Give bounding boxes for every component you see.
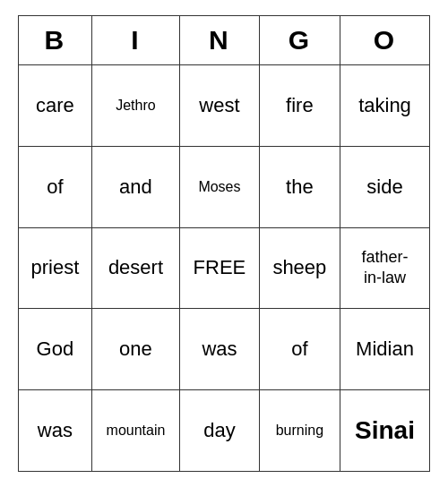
cell-1-0: of: [19, 146, 92, 227]
cell-0-1: Jethro: [91, 65, 179, 147]
bingo-table: B I N G O careJethrowestfiretakingofandM…: [18, 15, 430, 472]
table-row: GodonewasofMidian: [19, 309, 430, 390]
cell-0-3: fire: [259, 65, 340, 147]
header-b: B: [19, 16, 92, 65]
cell-1-4: side: [340, 146, 430, 227]
header-g: G: [259, 16, 340, 65]
bingo-card: B I N G O careJethrowestfiretakingofandM…: [18, 15, 430, 472]
cell-0-2: west: [180, 65, 260, 147]
cell-4-2: day: [180, 390, 260, 472]
cell-0-4: taking: [340, 65, 430, 147]
cell-3-1: one: [91, 309, 179, 390]
table-row: wasmountaindayburningSinai: [19, 390, 430, 472]
cell-1-1: and: [91, 146, 179, 227]
cell-3-2: was: [180, 309, 260, 390]
cell-2-1: desert: [91, 227, 179, 309]
cell-1-3: the: [259, 146, 340, 227]
cell-4-3: burning: [259, 390, 340, 472]
cell-3-0: God: [19, 309, 92, 390]
cell-2-0: priest: [19, 227, 92, 309]
cell-3-3: of: [259, 309, 340, 390]
cell-4-4: Sinai: [340, 390, 430, 472]
cell-0-0: care: [19, 65, 92, 147]
cell-2-4: father-in-law: [340, 227, 430, 309]
cell-3-4: Midian: [340, 309, 430, 390]
header-i: I: [91, 16, 179, 65]
header-n: N: [180, 16, 260, 65]
cell-1-2: Moses: [180, 146, 260, 227]
cell-2-2: FREE: [180, 227, 260, 309]
cell-4-0: was: [19, 390, 92, 472]
header-row: B I N G O: [19, 16, 430, 65]
table-row: priestdesertFREEsheepfather-in-law: [19, 227, 430, 309]
cell-4-1: mountain: [91, 390, 179, 472]
cell-2-3: sheep: [259, 227, 340, 309]
header-o: O: [340, 16, 430, 65]
table-row: ofandMosestheside: [19, 146, 430, 227]
table-row: careJethrowestfiretaking: [19, 65, 430, 147]
